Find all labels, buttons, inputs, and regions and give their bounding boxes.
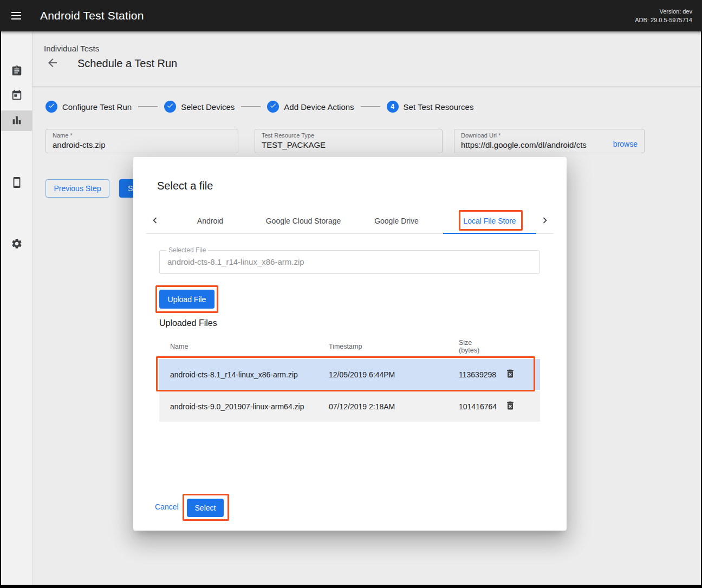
uploaded-files-title: Uploaded Files — [159, 318, 217, 328]
step-complete-circle — [164, 101, 176, 113]
file-timestamp-cell: 12/05/2019 6:44PM — [329, 370, 459, 379]
arrow-back-icon — [46, 63, 59, 71]
check-icon — [166, 102, 174, 112]
step-complete-circle — [267, 101, 279, 113]
browse-button[interactable]: browse — [613, 140, 638, 148]
column-header-name: Name — [159, 343, 329, 350]
bar-chart-icon — [11, 114, 23, 128]
sidebar-item-test-plans[interactable] — [1, 86, 32, 106]
tabs-scroll-left-button[interactable] — [146, 208, 164, 233]
step-label: Set Test Resources — [404, 102, 474, 112]
table-header-row: Name Timestamp Size (bytes) — [159, 336, 540, 357]
calendar-icon — [11, 89, 23, 103]
column-header-size: Size (bytes) — [459, 339, 505, 354]
step-connector — [361, 106, 380, 107]
stepper-step-1[interactable]: Configure Test Run — [46, 101, 132, 113]
chevron-left-icon — [149, 214, 161, 228]
dialog-title: Select a file — [157, 180, 213, 192]
resource-type-value: TEST_PACKAGE — [262, 140, 435, 149]
name-field[interactable]: Name * android-cts.zip — [46, 129, 238, 153]
file-name-cell: android-sts-9.0_201907-linux-arm64.zip — [159, 402, 329, 411]
check-icon — [269, 102, 277, 112]
tabs: Android Google Cloud Storage Google Driv… — [164, 208, 536, 233]
delete-file-button[interactable] — [505, 368, 516, 381]
table-row[interactable]: android-cts-8.1_r14-linux_x86-arm.zip 12… — [159, 359, 540, 390]
version-info: Version: dev ADB: 29.0.5-5975714 — [635, 7, 692, 24]
tab-google-cloud-storage[interactable]: Google Cloud Storage — [257, 208, 350, 233]
tab-android[interactable]: Android — [164, 208, 257, 233]
step-label: Add Device Actions — [284, 102, 354, 112]
tab-google-drive[interactable]: Google Drive — [350, 208, 443, 233]
file-timestamp-cell: 07/12/2019 2:18AM — [329, 402, 459, 411]
step-label: Select Devices — [181, 102, 235, 112]
download-url-field[interactable]: Download Url * https://dl.google.com/dl/… — [454, 129, 645, 153]
selected-file-label: Selected File — [166, 246, 208, 254]
step-complete-circle — [46, 101, 57, 113]
file-name-cell: android-cts-8.1_r14-linux_x86-arm.zip — [159, 370, 329, 379]
sidebar-item-test-results[interactable] — [1, 110, 32, 131]
app-bar: Android Test Station Version: dev ADB: 2… — [0, 0, 702, 31]
selected-file-field[interactable]: Selected File android-cts-8.1_r14-linux_… — [159, 250, 540, 274]
tab-local-file-store[interactable]: Local File Store — [443, 208, 536, 233]
step-number-circle: 4 — [387, 101, 399, 113]
stepper-step-2[interactable]: Select Devices — [164, 101, 235, 113]
select-button[interactable]: Select — [187, 499, 224, 517]
cancel-button[interactable]: Cancel — [155, 502, 179, 511]
download-url-label: Download Url * — [461, 132, 638, 139]
clipboard-icon — [11, 65, 23, 79]
chevron-right-icon — [539, 214, 551, 228]
tabs-scroll-right-button[interactable] — [536, 208, 554, 233]
adb-version-text: ADB: 29.0.5-5975714 — [635, 16, 692, 24]
table-row[interactable]: android-sts-9.0_201907-linux-arm64.zip 0… — [159, 391, 540, 422]
column-header-timestamp: Timestamp — [329, 343, 459, 350]
sidebar-item-tests[interactable] — [1, 61, 32, 82]
name-field-value: android-cts.zip — [53, 140, 231, 149]
delete-file-button[interactable] — [505, 400, 516, 413]
breadcrumb: Individual Tests — [44, 44, 99, 53]
step-label: Configure Test Run — [62, 102, 132, 112]
upload-file-button[interactable]: Upload File — [159, 290, 214, 309]
back-button[interactable] — [46, 56, 60, 70]
check-icon — [48, 102, 55, 112]
download-url-value: https://dl.google.com/dl/android/cts — [461, 140, 609, 149]
menu-icon[interactable] — [11, 10, 21, 22]
stepper-step-4[interactable]: 4 Set Test Resources — [387, 101, 474, 113]
select-file-dialog: Select a file Android Google Cloud Stora… — [133, 157, 567, 531]
sidebar-item-settings[interactable] — [1, 234, 32, 254]
resource-type-label: Test Resource Type — [262, 132, 435, 139]
step-connector — [138, 106, 158, 107]
app-title: Android Test Station — [40, 9, 144, 22]
delete-icon — [505, 404, 516, 413]
stepper: Configure Test Run Select Devices Add De… — [46, 101, 473, 113]
delete-icon — [505, 373, 516, 381]
gear-icon — [11, 238, 23, 251]
name-field-label: Name * — [53, 132, 231, 139]
tab-bar: Android Google Cloud Storage Google Driv… — [146, 208, 554, 234]
file-size-cell: 113639298 — [459, 370, 505, 379]
sidebar-item-devices[interactable] — [1, 173, 32, 193]
step-connector — [241, 106, 261, 107]
version-text: Version: dev — [635, 7, 692, 16]
uploaded-files-table: Name Timestamp Size (bytes) android-cts-… — [159, 336, 540, 422]
app: Android Test Station Version: dev ADB: 2… — [0, 0, 702, 588]
page-title: Schedule a Test Run — [77, 57, 177, 70]
selected-file-value: android-cts-8.1_r14-linux_x86-arm.zip — [167, 257, 304, 266]
previous-step-button[interactable]: Previous Step — [46, 179, 109, 198]
file-size-cell: 101416764 — [459, 402, 505, 411]
sidebar — [1, 31, 32, 585]
page-header: Individual Tests Schedule a Test Run — [32, 31, 701, 87]
step-number: 4 — [391, 103, 394, 110]
resource-type-field[interactable]: Test Resource Type TEST_PACKAGE — [255, 129, 443, 153]
stepper-step-3[interactable]: Add Device Actions — [267, 101, 354, 113]
smartphone-icon — [11, 177, 23, 190]
